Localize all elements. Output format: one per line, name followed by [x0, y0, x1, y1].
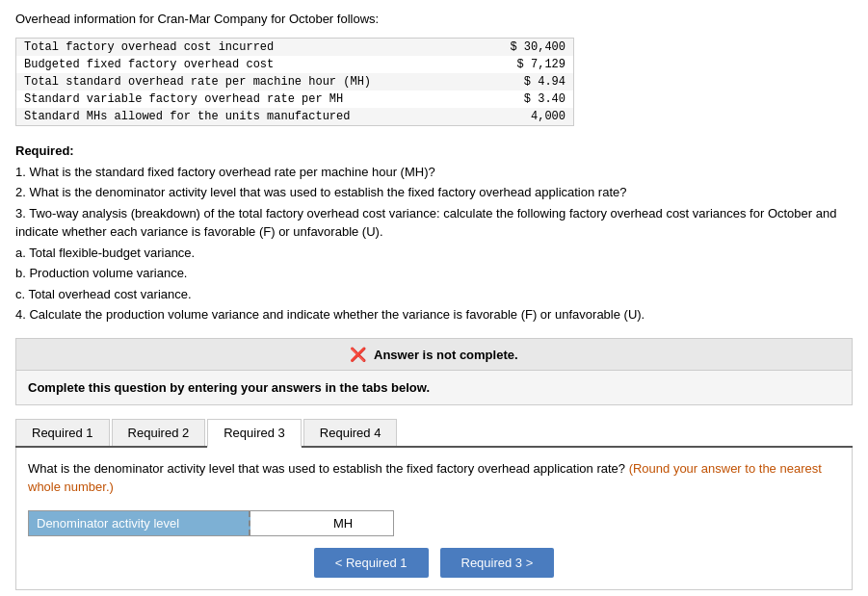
denominator-label: Denominator activity level: [29, 511, 250, 535]
question-text: What is the denominator activity level t…: [28, 461, 625, 476]
row-value: 4,000: [488, 110, 566, 123]
tab-required-1[interactable]: Required 1: [15, 419, 110, 446]
input-unit: MH: [328, 511, 358, 535]
required-label: Required:: [15, 143, 74, 158]
data-table: Total factory overhead cost incurred $ 3…: [15, 38, 574, 126]
row-value: $ 30,400: [488, 40, 566, 54]
table-row: Standard MHs allowed for the units manuf…: [16, 108, 573, 125]
tab-content: What is the denominator activity level t…: [15, 448, 853, 590]
prev-button[interactable]: < Required 1: [314, 548, 429, 578]
error-icon: ❌: [350, 347, 366, 362]
nav-buttons: < Required 1 Required 3 >: [28, 548, 840, 578]
denominator-input[interactable]: [250, 511, 328, 535]
required-section: Required: 1. What is the standard fixed …: [15, 142, 853, 324]
tab-required-2[interactable]: Required 2: [112, 419, 206, 446]
required-item-b: b. Production volume variance.: [15, 264, 853, 283]
answer-banner-text: Answer is not complete.: [374, 348, 518, 362]
next-button[interactable]: Required 3 >: [440, 548, 555, 578]
answer-banner: ❌ Answer is not complete.: [15, 338, 853, 370]
row-label: Budgeted fixed factory overhead cost: [24, 58, 488, 71]
required-item-a: a. Total flexible-budget variance.: [15, 244, 853, 263]
tab-question: What is the denominator activity level t…: [28, 459, 840, 497]
table-row: Budgeted fixed factory overhead cost $ 7…: [16, 56, 573, 73]
row-label: Standard variable factory overhead rate …: [24, 92, 488, 106]
required-item-4: 4. Calculate the production volume varia…: [15, 305, 853, 324]
required-item-c: c. Total overhead cost variance.: [15, 285, 853, 304]
row-value: $ 7,129: [488, 58, 566, 71]
complete-text: Complete this question by entering your …: [28, 380, 430, 395]
table-row: Total factory overhead cost incurred $ 3…: [16, 39, 573, 56]
table-row: Standard variable factory overhead rate …: [16, 91, 573, 108]
tab-required-3[interactable]: Required 3: [207, 419, 302, 448]
row-label: Standard MHs allowed for the units manuf…: [24, 110, 488, 123]
row-label: Total factory overhead cost incurred: [24, 40, 488, 54]
page-title: Overhead information for Cran-Mar Compan…: [15, 12, 853, 26]
row-label: Total standard overhead rate per machine…: [24, 75, 488, 89]
row-value: $ 4.94: [488, 75, 566, 89]
tabs-row: Required 1 Required 2 Required 3 Require…: [15, 419, 853, 448]
complete-section: Complete this question by entering your …: [15, 370, 853, 405]
row-value: $ 3.40: [488, 92, 566, 106]
required-item-3: 3. Two-way analysis (breakdown) of the t…: [15, 204, 853, 242]
denominator-input-row: Denominator activity level MH: [28, 510, 394, 536]
required-item-1: 1. What is the standard fixed factory ov…: [15, 163, 853, 182]
tab-required-4[interactable]: Required 4: [303, 419, 398, 446]
required-item-2: 2. What is the denominator activity leve…: [15, 183, 853, 202]
table-row: Total standard overhead rate per machine…: [16, 73, 573, 91]
